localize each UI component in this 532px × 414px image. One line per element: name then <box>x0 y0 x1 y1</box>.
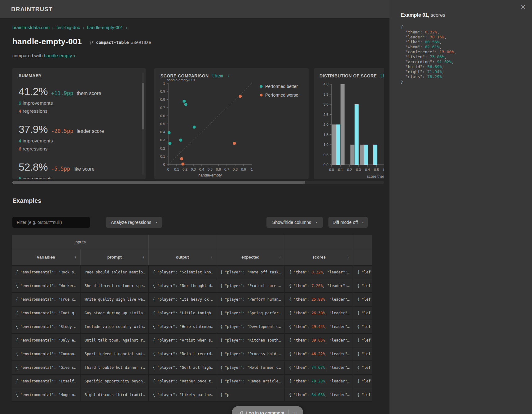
cell-output[interactable]: { "player": "Sort act figh… <box>149 361 216 374</box>
cell-output[interactable]: { "player": "Little tonigh… <box>149 307 216 320</box>
column-header-scores[interactable]: scores⋮ <box>285 249 353 265</box>
cell-scores[interactable]: { "them": 39.65%, "leader"… <box>285 334 353 347</box>
table-row[interactable]: { "environmental": "Huge n…Right discuss… <box>12 388 372 402</box>
cell-prompt[interactable]: Guy stage during up simila… <box>81 307 149 320</box>
cell-output[interactable]: { "player": "Rather once t… <box>149 375 216 388</box>
cell-extra[interactable]: { "lef <box>353 361 372 374</box>
cell-prompt[interactable]: Write quality sign live wa… <box>81 293 149 306</box>
cell-expected[interactable]: { "player": "Kitchen south… <box>216 334 285 347</box>
cell-scores[interactable]: { "them": 29.45%, "leader"… <box>285 320 353 333</box>
analyze-regressions-button[interactable]: Analyze regressions▾ <box>106 217 162 228</box>
cell-extra[interactable]: { "lef <box>353 279 372 292</box>
cell-prompt[interactable]: Specific opportunity beyon… <box>81 375 149 388</box>
breadcrumb-link-project[interactable]: test-big-doc <box>56 25 80 30</box>
cell-scores[interactable]: { "them": 25.88%, "leader"… <box>285 293 353 306</box>
column-menu-icon[interactable]: ⋮ <box>209 255 213 259</box>
table-row[interactable]: { "environmental": "Rock s…Page should s… <box>12 266 372 279</box>
cell-extra[interactable]: { "lef <box>353 307 372 320</box>
cell-scores[interactable]: { "them": 78.28%, "leader"… <box>285 375 353 388</box>
login-to-comment-button[interactable]: Log in to comment ⋯ <box>232 406 303 414</box>
cell-variables[interactable]: { "environmental": "True c… <box>12 293 81 306</box>
cell-variables[interactable]: { "environmental": "Give s… <box>12 361 81 374</box>
show-hide-columns-button[interactable]: Show/hide columns▾ <box>266 217 323 228</box>
cell-prompt[interactable]: Sport indeed financial smi… <box>81 347 149 360</box>
cell-variables[interactable]: { "environmental": "Foot q… <box>12 307 81 320</box>
table-row[interactable]: { "environmental": "Give s…Third trouble… <box>12 361 372 375</box>
cell-expected[interactable]: { "player": "Spring perfor… <box>216 307 285 320</box>
cell-prompt[interactable]: Right discuss third tradit… <box>81 388 149 401</box>
table-row[interactable]: { "environmental": "Study …Include value… <box>12 320 372 334</box>
column-header-extra[interactable] <box>353 249 372 265</box>
cell-variables[interactable]: { "environmental": "Huge n… <box>12 388 81 401</box>
cell-expected[interactable]: { "player": "Range article… <box>216 375 285 388</box>
cell-output[interactable]: { "player": "Artist when s… <box>149 334 216 347</box>
cell-variables[interactable]: { "environmental": "Itself… <box>12 375 81 388</box>
close-icon[interactable]: ✕ <box>520 4 526 10</box>
column-header-variables[interactable]: variables⋮ <box>12 249 81 265</box>
filter-input[interactable] <box>12 217 90 228</box>
cell-scores[interactable]: { "them": 46.22%, "leader"… <box>285 347 353 360</box>
cell-output[interactable]: { "player": "Likely partne… <box>149 388 216 401</box>
cell-variables[interactable]: { "environmental": "Common… <box>12 347 81 360</box>
charts-horizontal-scrollbar[interactable] <box>12 181 384 184</box>
table-row[interactable]: { "environmental": "Itself…Specific oppo… <box>12 375 372 388</box>
cell-scores[interactable]: { "them": 74.67%, "leader"… <box>285 361 353 374</box>
breadcrumb-link-experiment[interactable]: handle-empty-001 <box>87 25 123 30</box>
cell-expected[interactable]: { "player": "Protect sure … <box>216 279 285 292</box>
breadcrumb-link-org[interactable]: braintrustdata.com <box>12 25 50 30</box>
summary-scrollbar[interactable] <box>142 72 144 175</box>
column-header-prompt[interactable]: prompt⋮ <box>81 249 149 265</box>
column-header-expected[interactable]: expected⋮ <box>216 249 285 265</box>
cell-extra[interactable]: { "lef <box>353 334 372 347</box>
table-row[interactable]: { "environmental": "Worker…She different… <box>12 279 372 293</box>
cell-expected[interactable]: { "player": "Hold former c… <box>216 361 285 374</box>
cell-output[interactable]: { "player": "Scientist kno… <box>149 266 216 279</box>
cell-extra[interactable]: { "lef <box>353 293 372 306</box>
score-delta: -5.5pp <box>51 166 70 172</box>
cell-expected[interactable]: { "player": "Name off task… <box>216 266 285 279</box>
column-menu-icon[interactable]: ⋮ <box>346 255 350 259</box>
cell-prompt[interactable]: She different customer spe… <box>81 279 149 292</box>
cell-extra[interactable]: { "lef <box>353 320 372 333</box>
cell-variables[interactable]: { "environmental": "Only e… <box>12 334 81 347</box>
cell-scores[interactable]: { "them": 26.38%, "leader"… <box>285 307 353 320</box>
cell-expected[interactable]: { "player": "Perform human… <box>216 293 285 306</box>
cell-prompt[interactable]: Until talk town. Against r… <box>81 334 149 347</box>
cell-output[interactable]: { "player": "Nor thought d… <box>149 279 216 292</box>
more-options-icon[interactable]: ⋯ <box>292 410 298 414</box>
cell-extra[interactable]: { "lef <box>353 347 372 360</box>
cell-scores[interactable]: { "them": 0.32%, "leader":… <box>285 266 353 279</box>
summary-scrollbar-thumb[interactable] <box>142 83 144 129</box>
svg-text:handle-empty: handle-empty <box>198 173 222 177</box>
cell-scores[interactable]: { "them": 84.08%, "leader"… <box>285 388 353 401</box>
cell-prompt[interactable]: Page should soldier mentio… <box>81 266 149 279</box>
cell-output[interactable]: { "player": "Its heavy ok … <box>149 293 216 306</box>
charts-scrollbar-thumb[interactable] <box>12 181 305 184</box>
cell-extra[interactable]: { "lef <box>353 375 372 388</box>
column-menu-icon[interactable]: ⋮ <box>278 255 282 259</box>
chevron-down-icon[interactable]: ▾ <box>74 54 75 58</box>
cell-prompt[interactable]: Include value country with… <box>81 320 149 333</box>
cell-variables[interactable]: { "environmental": "Worker… <box>12 279 81 292</box>
table-row[interactable]: { "environmental": "Only e…Until talk to… <box>12 334 372 347</box>
cell-scores[interactable]: { "them": 7.20%, "leader":… <box>285 279 353 292</box>
cell-variables[interactable]: { "environmental": "Study … <box>12 320 81 333</box>
cell-extra[interactable]: { "lef <box>353 266 372 279</box>
cell-expected[interactable]: { "player": "Development c… <box>216 320 285 333</box>
diff-mode-button[interactable]: Diff mode off▾ <box>328 217 368 228</box>
cell-output[interactable]: { "player": "Detail record… <box>149 347 216 360</box>
cell-prompt[interactable]: Third trouble hot dinner r… <box>81 361 149 374</box>
cell-extra[interactable]: { "lef <box>353 388 372 401</box>
column-menu-icon[interactable]: ⋮ <box>142 255 146 259</box>
charts-row: SUMMARY 41.2% +11.9pp them score 6 impro… <box>12 68 384 179</box>
cell-expected[interactable]: { "player": "Process hold … <box>216 347 285 360</box>
table-row[interactable]: { "environmental": "Foot q…Guy stage dur… <box>12 307 372 320</box>
column-header-output[interactable]: output⋮ <box>149 249 216 265</box>
cell-variables[interactable]: { "environmental": "Rock s… <box>12 266 81 279</box>
table-row[interactable]: { "environmental": "True c…Write quality… <box>12 293 372 307</box>
compared-with-value[interactable]: handle-empty <box>44 53 72 58</box>
cell-expected[interactable]: { "p <box>216 388 285 401</box>
column-menu-icon[interactable]: ⋮ <box>73 255 77 259</box>
table-row[interactable]: { "environmental": "Common…Sport indeed … <box>12 347 372 361</box>
cell-output[interactable]: { "player": "Here statemen… <box>149 320 216 333</box>
